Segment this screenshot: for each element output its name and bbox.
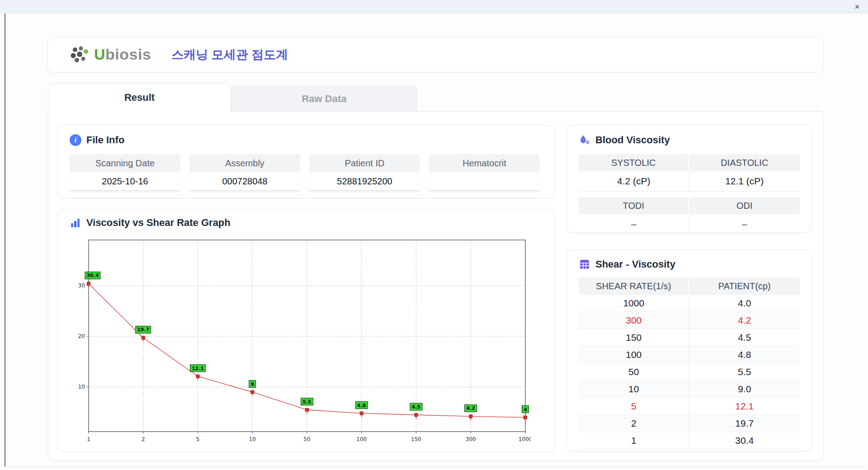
svg-text:100: 100: [356, 436, 367, 442]
shear-viscosity-title: Shear - Viscosity: [595, 258, 675, 270]
svg-text:30.4: 30.4: [86, 273, 99, 278]
field-label: Patient ID: [309, 154, 420, 172]
shear-viscosity-header-row: SHEAR RATE(1/s) PATIENT(cp): [579, 277, 800, 295]
ubiosis-logo-icon: [70, 45, 90, 64]
logo-letter-u: U: [94, 46, 105, 63]
patient-cell: 5.5: [689, 363, 800, 380]
logo-text: Ubiosis: [94, 46, 151, 63]
file-info-field: Patient ID52881925200: [309, 154, 420, 191]
svg-text:4.5: 4.5: [412, 404, 421, 410]
table-icon: [579, 258, 590, 270]
svg-text:50: 50: [303, 436, 310, 442]
svg-text:1000: 1000: [519, 436, 531, 442]
main-panel: i File Info Scanning Date2025-10-16Assem…: [48, 111, 824, 461]
svg-text:4: 4: [524, 407, 527, 413]
shear-rate-cell: 300: [579, 312, 689, 329]
file-info-field: Scanning Date2025-10-16: [70, 154, 180, 191]
blood-viscosity-card: Blood Viscosity SYSTOLIC DIASTOLIC 4.2 (…: [566, 125, 812, 233]
svg-text:12.1: 12.1: [192, 366, 204, 371]
shear-viscosity-row: 1004.8: [579, 346, 800, 363]
bar-chart-icon: [70, 217, 81, 229]
shear-viscosity-row: 10004.0: [579, 295, 800, 312]
shear-rate-cell: 2: [579, 415, 689, 432]
field-label: Scanning Date: [70, 154, 180, 172]
shear-rate-cell: 1: [579, 432, 689, 449]
blood-viscosity-title: Blood Viscosity: [595, 134, 670, 146]
svg-text:19.7: 19.7: [137, 327, 149, 333]
window-titlebar: ×: [0, 0, 868, 14]
svg-text:9: 9: [250, 381, 254, 387]
shear-rate-cell: 100: [579, 346, 689, 363]
shear-rate-cell: 150: [579, 329, 689, 346]
shear-rate-column-header: SHEAR RATE(1/s): [579, 277, 689, 295]
chart-area: 1020301251050100150300100030.419.712.195…: [74, 238, 531, 451]
shear-viscosity-card: Shear - Viscosity SHEAR RATE(1/s) PATIEN…: [566, 249, 812, 451]
window-bottom-border: [5, 466, 866, 467]
patient-cell: 19.7: [689, 415, 800, 432]
field-value: [429, 172, 540, 191]
svg-text:2: 2: [142, 436, 145, 442]
app-title: 스캐닝 모세관 점도계: [171, 47, 288, 63]
shear-viscosity-row: 109.0: [579, 381, 800, 398]
shear-viscosity-row: 512.1: [579, 398, 800, 415]
blood-viscosity-grid: SYSTOLIC DIASTOLIC 4.2 (cP) 12.1 (cP) TO…: [579, 154, 800, 235]
patient-cell: 4.2: [689, 312, 800, 329]
shear-rate-cell: 1000: [579, 295, 689, 311]
window-left-border: [5, 14, 5, 466]
systolic-value: 4.2 (cP): [579, 171, 689, 192]
patient-cell: 30.4: [689, 432, 800, 449]
field-label: Hematocrit: [429, 154, 540, 172]
field-value: 000728048: [189, 172, 300, 191]
odi-label: ODI: [689, 197, 800, 214]
file-info-title: File Info: [86, 134, 124, 146]
svg-text:30: 30: [78, 282, 85, 289]
header-card: Ubiosis 스캐닝 모세관 점도계: [47, 37, 823, 72]
shear-viscosity-row: 219.7: [579, 415, 800, 432]
file-info-field: Hematocrit: [429, 154, 540, 191]
field-value: 52881925200: [309, 172, 420, 191]
svg-text:1: 1: [87, 436, 90, 442]
info-icon: i: [70, 134, 81, 146]
svg-text:4.2: 4.2: [467, 405, 476, 411]
shear-rate-cell: 10: [579, 381, 689, 397]
graph-title: Viscosity vs Shear Rate Graph: [86, 217, 231, 229]
shear-viscosity-rows: 10004.03004.21504.51004.8505.5109.0512.1…: [579, 295, 800, 449]
diastolic-label: DIASTOLIC: [689, 154, 800, 171]
svg-text:10: 10: [249, 436, 256, 442]
odi-value: –: [689, 214, 800, 235]
patient-cell: 9.0: [689, 381, 800, 397]
graph-card: Viscosity vs Shear Rate Graph 1020301251…: [57, 208, 555, 452]
svg-text:5: 5: [196, 436, 200, 442]
todi-label: TODI: [579, 197, 689, 214]
file-info-fields: Scanning Date2025-10-16Assembly000728048…: [70, 154, 542, 191]
systolic-label: SYSTOLIC: [579, 154, 689, 171]
shear-viscosity-row: 1504.5: [579, 329, 800, 346]
patient-cell: 4.8: [689, 346, 800, 363]
svg-text:10: 10: [78, 384, 85, 390]
patient-cell: 4.0: [689, 295, 800, 311]
svg-text:150: 150: [411, 436, 421, 442]
ubiosis-logo: Ubiosis: [70, 45, 151, 64]
shear-viscosity-row: 505.5: [579, 363, 800, 381]
droplet-icon: [579, 134, 590, 146]
shear-rate-cell: 5: [579, 398, 689, 414]
svg-text:4.8: 4.8: [357, 403, 366, 409]
shear-viscosity-row: 3004.2: [579, 312, 800, 329]
tab-result[interactable]: Result: [48, 83, 231, 112]
patient-cell: 4.5: [689, 329, 800, 346]
file-info-card: i File Info Scanning Date2025-10-16Assem…: [57, 125, 555, 198]
viscosity-chart: 1020301251050100150300100030.419.712.195…: [74, 238, 531, 451]
diastolic-value: 12.1 (cP): [689, 171, 800, 192]
patient-column-header: PATIENT(cp): [689, 277, 800, 295]
todi-value: –: [579, 214, 689, 235]
shear-viscosity-table: SHEAR RATE(1/s) PATIENT(cp) 10004.03004.…: [579, 277, 800, 449]
svg-text:20: 20: [78, 333, 85, 339]
svg-text:300: 300: [466, 436, 476, 442]
logo-letters-rest: biosis: [105, 46, 151, 63]
window-close-button[interactable]: ×: [852, 1, 863, 12]
tab-raw-data[interactable]: Raw Data: [231, 86, 417, 111]
svg-text:5.5: 5.5: [302, 399, 311, 405]
shear-viscosity-row: 130.4: [579, 432, 800, 449]
field-label: Assembly: [189, 154, 300, 172]
file-info-field: Assembly000728048: [189, 154, 300, 191]
